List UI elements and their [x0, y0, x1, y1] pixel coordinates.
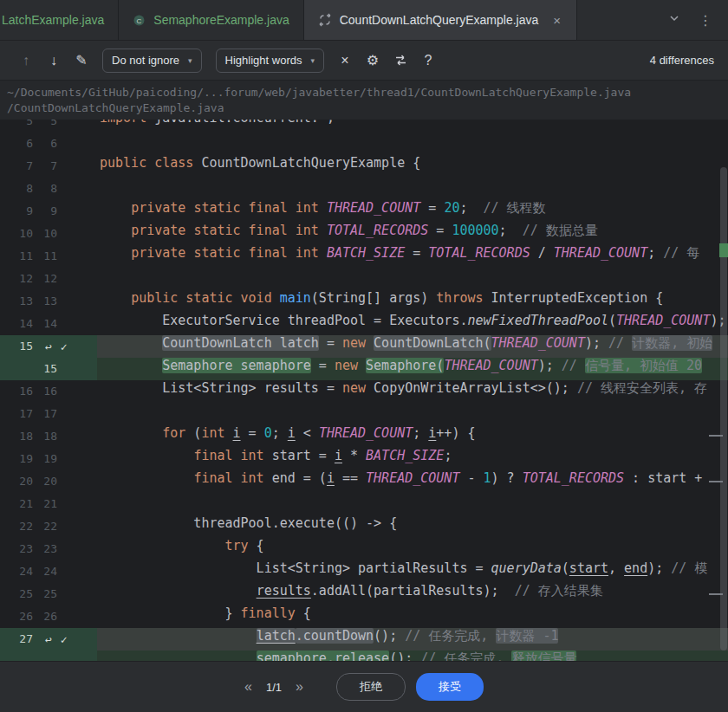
file-path-line2: /CountDownLatchQueryExample.java: [7, 100, 721, 116]
code-line: 1212: [0, 268, 728, 290]
gutter: 99: [0, 200, 97, 223]
change-marker: [709, 435, 723, 437]
tab-semaphore-example[interactable]: C SemaphoreExample.java: [119, 0, 302, 40]
gutter: 1111: [0, 245, 97, 268]
code-text: private static final int BATCH_SIZE = TO…: [97, 245, 728, 268]
line-number-new: 9: [33, 200, 57, 223]
code-text: private static final int TOTAL_RECORDS =…: [97, 223, 728, 245]
diff-footer: « 1/1 » 拒绝 接受: [0, 661, 728, 712]
tab-countdownlatch-query-example[interactable]: CountDownLatchQueryExample.java ×: [304, 0, 576, 40]
code-text: List<String> results = new CopyOnWriteAr…: [97, 380, 728, 403]
gear-icon[interactable]: ⚙: [361, 49, 385, 73]
line-number-old: 25: [0, 583, 33, 605]
code-text: [97, 493, 728, 515]
gutter: 2121: [0, 493, 97, 515]
line-number-new: 22: [33, 515, 57, 538]
code-text: [97, 178, 728, 200]
code-text: Semaphore semaphore = new Semaphore(THRE…: [97, 358, 728, 380]
chevron-down-icon: ▾: [310, 56, 315, 65]
highlight-mode-dropdown[interactable]: Highlight words ▾: [216, 49, 324, 73]
change-actions: ↩✓: [45, 340, 68, 353]
ignore-policy-dropdown[interactable]: Do not ignore ▾: [102, 49, 202, 73]
code-line: 2424 List<String> partialResults = query…: [0, 560, 728, 583]
code-rows: 55import java.util.concurrent.*;6677publ…: [0, 120, 728, 661]
line-number-new: 15: [33, 358, 57, 380]
edit-icon[interactable]: ✎: [69, 49, 94, 73]
revert-change-icon[interactable]: ↩: [45, 633, 52, 646]
line-number-old: 23: [0, 538, 33, 560]
line-number-old: 15: [0, 335, 33, 358]
compare-branches-icon[interactable]: [388, 49, 413, 73]
chevron-down-icon[interactable]: [667, 11, 681, 29]
line-number-new: 8: [33, 178, 57, 200]
code-line: 1010 private static final int TOTAL_RECO…: [0, 223, 728, 245]
code-line: 1919 final int start = i * BATCH_SIZE;: [0, 448, 728, 470]
line-number-new: 19: [33, 448, 57, 470]
change-marker: [709, 481, 723, 482]
help-icon[interactable]: ?: [416, 49, 440, 73]
change-actions: ↩✓: [45, 633, 68, 646]
code-line: 2626 } finally {: [0, 605, 728, 628]
gutter: 2525: [0, 583, 97, 605]
line-number-new: 6: [33, 133, 57, 155]
code-text: import java.util.concurrent.*;: [97, 120, 728, 133]
next-change-icon[interactable]: »: [296, 679, 303, 695]
tab-latch-example[interactable]: LatchExample.java: [0, 0, 118, 40]
line-number-new: 12: [33, 268, 57, 290]
close-tab-icon[interactable]: ×: [551, 13, 562, 28]
kebab-menu-icon[interactable]: ⋮: [699, 12, 712, 29]
close-icon[interactable]: ×: [333, 49, 357, 73]
svg-text:C: C: [137, 16, 142, 24]
line-number-old: 26: [0, 605, 33, 628]
line-number-old: 8: [0, 178, 33, 200]
code-line: 27↩✓ latch.countDown(); // 任务完成, 计数器 -1: [0, 628, 728, 651]
code-line: 2020 final int end = (i == THREAD_COUNT …: [0, 470, 728, 493]
line-number-old: 16: [0, 380, 33, 403]
previous-difference-icon[interactable]: ↑: [14, 49, 38, 73]
line-number-old: 27: [0, 628, 33, 651]
highlight-mode-value: Highlight words: [225, 54, 302, 67]
gutter: 15: [0, 358, 97, 380]
code-line: 99 private static final int THREAD_COUNT…: [0, 200, 728, 223]
revert-change-icon[interactable]: ↩: [45, 340, 52, 353]
gutter: 2424: [0, 560, 97, 583]
accept-change-icon[interactable]: ✓: [61, 340, 68, 353]
code-line: 55import java.util.concurrent.*;: [0, 120, 728, 133]
code-line: 2323 try {: [0, 538, 728, 560]
code-line: 1818 for (int i = 0; i < THREAD_COUNT; i…: [0, 425, 728, 448]
gutter: 2323: [0, 538, 97, 560]
line-number-new: 20: [33, 470, 57, 493]
previous-change-icon[interactable]: «: [244, 679, 252, 695]
code-line: 1313 public static void main(String[] ar…: [0, 290, 728, 313]
code-line: 15↩✓ CountDownLatch latch = new CountDow…: [0, 335, 728, 358]
gutter: 2020: [0, 470, 97, 493]
next-difference-icon[interactable]: ↓: [42, 49, 66, 73]
code-text: [97, 403, 728, 425]
diff-file-icon: [318, 13, 332, 27]
vertical-scrollbar[interactable]: [720, 167, 727, 651]
tab-label: LatchExample.java: [2, 13, 104, 27]
change-position: 1/1: [266, 681, 282, 694]
code-line: 1414 ExecutorService threadPool = Execut…: [0, 313, 728, 335]
line-number-old: 22: [0, 515, 33, 538]
code-line: 1111 private static final int BATCH_SIZE…: [0, 245, 728, 268]
tab-separator: [576, 0, 577, 40]
line-number-old: 12: [0, 268, 33, 290]
gutter: 2626: [0, 605, 97, 628]
line-number-new: 7: [33, 155, 57, 178]
accept-button[interactable]: 接受: [416, 673, 484, 701]
code-text: private static final int THREAD_COUNT = …: [97, 200, 728, 223]
code-text: latch.countDown(); // 任务完成, 计数器 -1: [97, 628, 728, 651]
gutter: 66: [0, 133, 97, 155]
gutter: 77: [0, 155, 97, 178]
reject-button[interactable]: 拒绝: [336, 673, 406, 701]
code-text: CountDownLatch latch = new CountDownLatc…: [97, 335, 728, 358]
line-number-new: 23: [33, 538, 57, 560]
code-text: List<String> partialResults = queryData(…: [97, 560, 728, 583]
differences-count: 4 differences: [650, 54, 714, 67]
gutter: 88: [0, 178, 97, 200]
code-text: [97, 133, 728, 155]
accept-change-icon[interactable]: ✓: [61, 633, 68, 646]
code-line: 1717: [0, 403, 728, 425]
chevron-down-icon: ▾: [188, 56, 192, 65]
